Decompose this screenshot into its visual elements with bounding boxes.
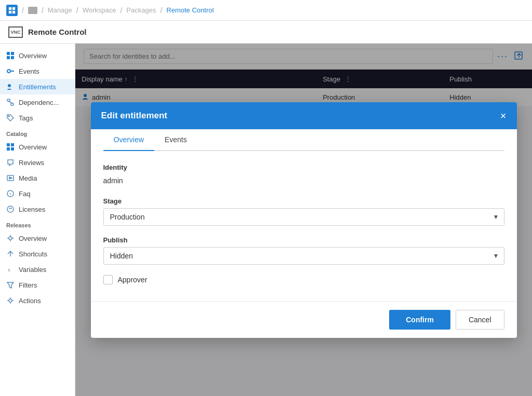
filters-icon [6,281,15,289]
events-icon [6,67,15,75]
sidebar-item-dependencies[interactable]: Dependenc... [0,94,75,110]
svg-rect-6 [11,52,14,55]
sidebar-item-filters[interactable]: Filters [0,277,75,293]
breadcrumb-workspace[interactable]: Workspace [83,6,116,14]
catalog-overview-icon [6,143,15,151]
svg-text:x: x [8,267,10,272]
svg-rect-3 [12,10,15,13]
svg-rect-7 [7,56,10,59]
releases-overview-icon [6,234,15,242]
sidebar-item-catalog-overview[interactable]: Overview [0,139,75,155]
stage-label: Stage [103,197,504,205]
breadcrumb-manage[interactable]: Manage [48,6,72,14]
svg-point-11 [8,84,11,87]
cancel-button[interactable]: Cancel [456,310,504,330]
licenses-icon [6,205,15,213]
identity-label: Identity [103,163,504,171]
sidebar-label-overview: Overview [19,52,47,60]
svg-point-15 [8,116,9,117]
overview-icon [6,51,15,60]
sidebar-item-shortcuts[interactable]: Shortcuts [0,246,75,262]
modal-header: Edit entitlement × [91,102,517,129]
publish-select[interactable]: Hidden Visible Pending [103,247,504,265]
topbar-sep-5: / [160,6,162,15]
modal-close-button[interactable]: × [500,111,507,121]
modal-title: Edit entitlement [101,111,168,121]
svg-point-9 [7,70,10,73]
approver-row: Approver [103,275,504,284]
entitlements-icon [6,83,15,91]
actions-icon [6,296,15,305]
dependencies-icon [6,98,15,106]
topbar-sep-1: / [22,6,24,15]
identity-value: admin [103,174,504,187]
approver-checkbox[interactable] [103,275,113,284]
sidebar-item-events[interactable]: Events [0,63,75,79]
publish-select-wrap: Hidden Visible Pending ▼ [103,247,504,265]
sidebar-label-releases-overview: Overview [19,235,47,242]
stage-select[interactable]: Production Staging Development [103,208,504,226]
sidebar-label-shortcuts: Shortcuts [19,250,47,258]
svg-rect-2 [9,10,11,13]
svg-rect-1 [12,7,15,9]
breadcrumb-packages[interactable]: Packages [126,6,156,14]
sidebar-item-licenses[interactable]: Licenses [0,201,75,217]
sidebar-label-media: Media [19,174,37,182]
sidebar-section-catalog: Catalog [0,126,75,139]
sidebar-item-tags[interactable]: Tags [0,110,75,126]
topbar-sep-2: / [42,6,44,15]
sidebar-item-media[interactable]: Media [0,170,75,186]
breadcrumb-remote-control[interactable]: Remote Control [166,6,214,14]
svg-text:?: ? [9,192,12,197]
publish-label: Publish [103,236,504,244]
svg-rect-12 [7,99,10,101]
svg-line-14 [9,101,12,103]
faq-icon: ? [6,189,15,198]
sidebar-item-faq[interactable]: ? Faq [0,186,75,201]
breadcrumb-workspace-icon [28,7,37,14]
stage-select-wrap: Production Staging Development ▼ [103,208,504,226]
svg-rect-5 [7,52,10,55]
sidebar-label-events: Events [19,67,39,75]
sidebar-label-entitlements: Entitlements [19,83,56,91]
sidebar-item-actions[interactable]: Actions [0,293,75,308]
sidebar-label-reviews: Reviews [19,159,44,167]
sidebar-item-entitlements[interactable]: Entitlements [0,79,75,94]
app-title: Remote Control [28,28,87,36]
home-icon[interactable] [6,5,18,16]
sidebar-item-releases-overview[interactable]: Overview [0,230,75,246]
svg-marker-31 [7,282,14,288]
variables-icon: x [6,265,15,274]
svg-rect-17 [11,143,14,146]
sidebar-item-overview[interactable]: Overview [0,48,75,63]
reviews-icon [6,158,15,167]
topbar-sep-3: / [76,6,78,15]
sidebar-label-actions: Actions [19,297,41,305]
svg-rect-4 [28,7,37,14]
topbar-sep-4: / [120,6,122,15]
sidebar-item-variables[interactable]: x Variables [0,262,75,277]
tab-events[interactable]: Events [154,129,197,151]
content-area: ··· Display name ↑ ⋮ Stage ⋮ Publish [75,44,532,396]
edit-entitlement-modal: Edit entitlement × Overview Events Ident… [91,102,517,338]
svg-rect-8 [11,56,14,59]
media-icon [6,174,15,182]
sidebar-item-reviews[interactable]: Reviews [0,155,75,170]
svg-point-25 [9,237,12,240]
sidebar-label-catalog-overview: Overview [19,143,47,151]
sidebar-label-dependencies: Dependenc... [19,99,59,106]
sidebar-label-tags: Tags [19,114,33,122]
svg-rect-19 [11,147,14,151]
sidebar-section-releases: Releases [0,217,75,230]
confirm-button[interactable]: Confirm [389,310,450,330]
svg-point-32 [9,299,12,302]
svg-rect-0 [9,7,11,9]
tags-icon [6,114,15,122]
sidebar: Overview Events Entitlements Dependenc..… [0,44,75,396]
sidebar-label-filters: Filters [19,281,37,289]
svg-rect-18 [7,147,10,151]
svg-rect-10 [11,71,14,72]
tab-overview[interactable]: Overview [103,129,154,151]
sidebar-label-licenses: Licenses [19,206,45,213]
approver-label: Approver [118,276,148,284]
